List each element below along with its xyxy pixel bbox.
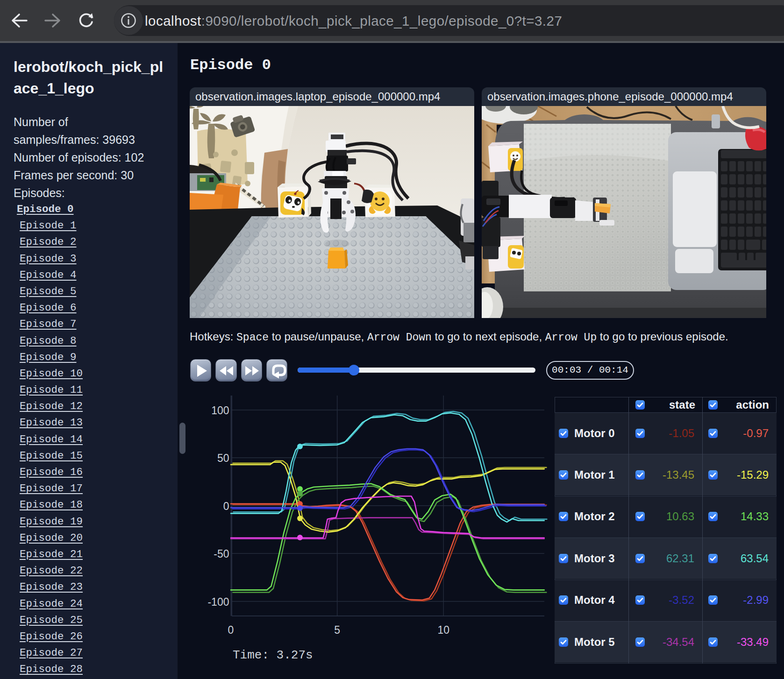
svg-text:0: 0	[228, 624, 234, 636]
svg-text:50: 50	[217, 452, 229, 464]
svg-text:-100: -100	[207, 596, 229, 608]
svg-text:10: 10	[437, 624, 449, 636]
svg-text:-50: -50	[214, 548, 229, 560]
svg-text:0: 0	[223, 500, 229, 512]
svg-text:5: 5	[334, 624, 340, 636]
svg-text:100: 100	[211, 404, 229, 417]
